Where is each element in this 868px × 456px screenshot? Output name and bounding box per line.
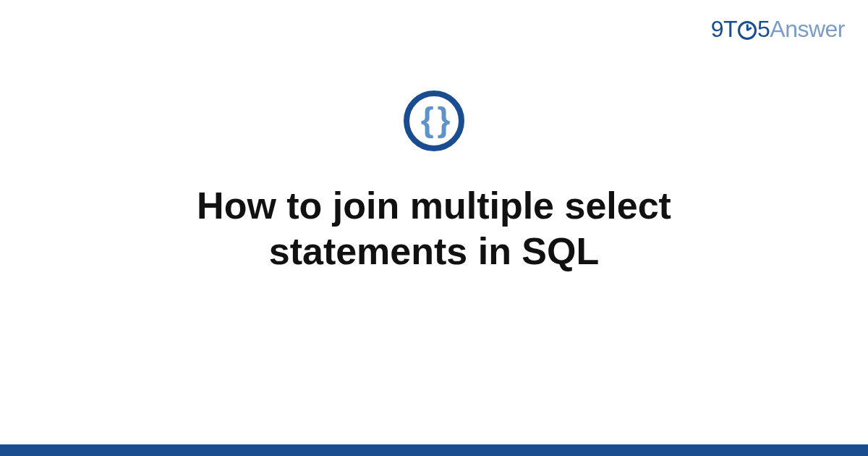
- footer-bar: [0, 444, 868, 456]
- main-content: { } How to join multiple select statemen…: [0, 90, 868, 275]
- page-title: How to join multiple select statements i…: [94, 183, 774, 275]
- brand-logo: 9T5Answer: [711, 16, 845, 43]
- clock-icon: [738, 21, 757, 40]
- brand-suffix: Answer: [770, 16, 845, 42]
- brand-middle: 5: [757, 16, 770, 42]
- brand-prefix: 9T: [711, 16, 737, 42]
- code-braces-icon: { }: [404, 90, 464, 151]
- braces-glyph: { }: [421, 103, 448, 136]
